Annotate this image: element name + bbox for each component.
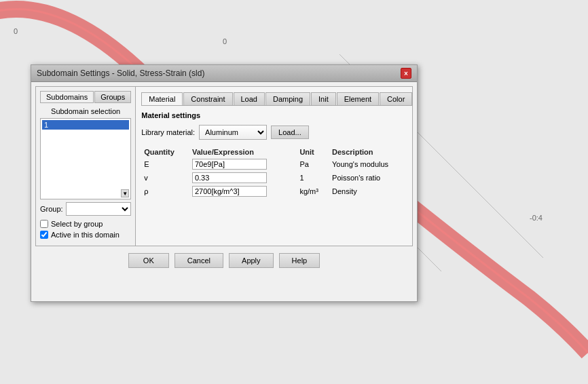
dialog-body: Subdomains Groups Subdomain selection 1 … [31,82,417,277]
col-header-description: Description [329,147,412,157]
tab-groups[interactable]: Groups [94,91,131,103]
select-by-group-checkbox[interactable] [40,220,48,228]
subdomain-settings-dialog: Subdomain Settings - Solid, Stress-Strai… [31,64,418,302]
bottom-bar: OK Cancel Apply Help [35,246,413,273]
close-button[interactable]: × [401,68,411,79]
value-v [189,171,297,185]
content-area: Subdomains Groups Subdomain selection 1 … [35,86,413,246]
left-panel: Subdomains Groups Subdomain selection 1 … [36,87,136,246]
ok-button[interactable]: OK [128,253,169,268]
tab-constraint[interactable]: Constraint [183,92,232,105]
group-label: Group: [40,205,63,213]
tab-material[interactable]: Material [141,92,183,105]
tab-color[interactable]: Color [380,92,412,105]
properties-table: Quantity Value/Expression Unit Descripti… [141,147,412,198]
active-in-domain-checkbox[interactable] [40,231,48,239]
help-button[interactable]: Help [279,253,320,268]
unit-e: Pa [297,157,329,171]
library-material-label: Library material: [141,128,195,136]
apply-button[interactable]: Apply [229,253,274,268]
select-by-group-row: Select by group [40,220,131,228]
table-row: ρ kg/m³ Density [141,185,412,198]
unit-rho: kg/m³ [297,185,329,198]
quantity-e: E [141,157,189,171]
col-header-unit: Unit [297,147,329,157]
tab-subdomains[interactable]: Subdomains [40,91,94,103]
subdomain-list[interactable]: 1 ▼ [40,118,131,199]
table-row: E Pa Young's modulus [141,157,412,171]
tab-element[interactable]: Element [337,92,379,105]
tab-damping[interactable]: Damping [265,92,310,105]
col-header-value: Value/Expression [189,147,297,157]
value-rho [189,185,297,198]
section-title: Material settings [141,111,412,119]
right-panel: Material Constraint Load Damping Init El… [136,87,418,246]
col-header-quantity: Quantity [141,147,189,157]
quantity-v: v [141,171,189,185]
tab-init[interactable]: Init [311,92,336,105]
dialog-title: Subdomain Settings - Solid, Stress-Strai… [37,69,204,78]
input-v[interactable] [192,172,267,183]
active-in-domain-row: Active in this domain [40,231,131,239]
select-by-group-label: Select by group [51,220,103,228]
cancel-button[interactable]: Cancel [174,253,223,268]
title-bar: Subdomain Settings - Solid, Stress-Strai… [31,65,417,82]
group-row: Group: [40,202,131,216]
desc-rho: Density [329,185,412,198]
desc-e: Young's modulus [329,157,412,171]
table-row: v 1 Poisson's ratio [141,171,412,185]
left-tabs: Subdomains Groups [40,91,131,103]
load-button[interactable]: Load... [271,126,309,139]
tab-load[interactable]: Load [234,92,265,105]
library-material-select[interactable]: Aluminum [199,125,267,140]
right-tabs: Material Constraint Load Damping Init El… [141,92,412,106]
subdomain-selection-label: Subdomain selection [40,107,131,115]
quantity-rho: ρ [141,185,189,198]
input-rho[interactable] [192,186,267,197]
group-select[interactable] [66,202,132,216]
scroll-down-icon[interactable]: ▼ [121,189,129,197]
desc-v: Poisson's ratio [329,171,412,185]
value-e [189,157,297,171]
unit-v: 1 [297,171,329,185]
library-row: Library material: Aluminum Load... [141,125,412,140]
subdomain-item[interactable]: 1 [42,120,129,130]
input-e[interactable] [192,159,267,170]
active-in-domain-label: Active in this domain [51,231,120,239]
dialog-overlay: Subdomain Settings - Solid, Stress-Strai… [0,0,588,384]
